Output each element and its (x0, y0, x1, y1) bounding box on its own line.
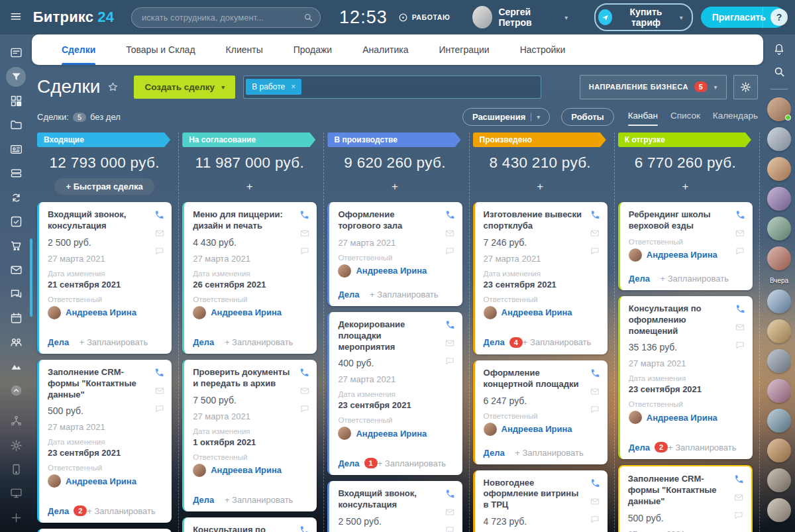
mail-icon[interactable] (154, 386, 165, 396)
mail-icon[interactable] (735, 322, 745, 333)
deal-title[interactable]: Входящий звонок, консультация (338, 488, 438, 511)
schedule-link[interactable]: + Запланировать (523, 337, 591, 347)
nav-tab-сделки[interactable]: Сделки (46, 34, 111, 65)
add-deal-button[interactable]: + Быстрая сделка (54, 178, 154, 195)
deal-card[interactable]: Оформление торгового зала27 марта 2021От… (327, 202, 462, 306)
schedule-link[interactable]: + Запланировать (668, 443, 736, 452)
user-avatar[interactable] (767, 127, 791, 151)
chat-icon[interactable] (733, 510, 744, 521)
mail-icon[interactable] (445, 507, 455, 517)
deal-title[interactable]: Изготовление вывески спортклуба (484, 209, 584, 232)
todos-link[interactable]: Дела (629, 274, 650, 284)
deal-title[interactable]: Консультация по оформлению помещений (193, 525, 293, 532)
responsible-link[interactable]: Андреева Ирина (647, 250, 717, 260)
nav-tab-настройки[interactable]: Настройки (505, 34, 581, 65)
user-avatar[interactable] (767, 349, 791, 373)
counter-badge[interactable]: 5 (73, 113, 86, 122)
responsible-link[interactable]: Андреева Ирина (356, 266, 427, 276)
messenger-icon[interactable] (6, 284, 26, 303)
deal-card[interactable]: Декорирование площадки мероприятия400 ру… (327, 312, 462, 476)
chat-icon[interactable] (445, 356, 455, 366)
mail-icon[interactable] (590, 496, 600, 507)
todos-link[interactable]: Дела (48, 506, 69, 516)
mail-icon[interactable] (590, 228, 600, 239)
mail-icon[interactable] (445, 228, 455, 239)
create-deal-button[interactable]: Создать сделку ▾ (134, 76, 235, 99)
calendar-icon[interactable] (6, 308, 26, 327)
responsible-link[interactable]: Андреева Ирина (647, 413, 717, 423)
user-avatar[interactable] (767, 217, 791, 240)
user-avatar[interactable] (767, 246, 791, 270)
work-status[interactable]: РАБОТАЮ (398, 13, 450, 23)
chat-icon[interactable] (154, 246, 165, 256)
todos-link[interactable]: Дела (338, 458, 359, 468)
contact-card-icon[interactable] (6, 140, 26, 159)
deal-card[interactable]: Входящий звонок, консультация2 500 руб.2… (327, 481, 462, 532)
business-direction-button[interactable]: НАПРАВЛЕНИЕ БИЗНЕСА 5 ▾ (580, 75, 727, 99)
schedule-link[interactable]: + Запланировать (370, 290, 438, 299)
add-deal-button[interactable]: + (529, 180, 551, 193)
schedule-link[interactable]: + Запланировать (80, 337, 148, 347)
user-avatar[interactable] (767, 290, 791, 313)
mail-icon[interactable] (6, 260, 26, 280)
phone-icon[interactable] (445, 488, 456, 500)
schedule-link[interactable]: + Запланировать (378, 458, 446, 468)
view-tab-список[interactable]: Список (670, 111, 700, 123)
phone-icon[interactable] (735, 209, 746, 221)
responsible-link[interactable]: Андреева Ирина (356, 429, 427, 439)
deal-title[interactable]: Входящий звонок, консультация (48, 209, 148, 232)
sync-icon[interactable] (6, 187, 26, 207)
employees-icon[interactable] (6, 333, 26, 352)
phone-icon[interactable] (733, 474, 745, 485)
deal-title[interactable]: Меню для пиццерии: дизайн и печать (193, 209, 293, 232)
column-header[interactable]: Произведено (473, 133, 606, 147)
user-menu[interactable]: Сергей Петров ▾ (472, 6, 568, 28)
phone-icon[interactable] (299, 209, 310, 221)
schedule-link[interactable]: + Запланировать (515, 448, 583, 458)
responsible-link[interactable]: Андреева Ирина (502, 424, 572, 434)
mail-icon[interactable] (299, 228, 310, 239)
deal-card[interactable]: Меню для пиццерии: дизайн и печать4 430 … (182, 202, 317, 354)
todos-link[interactable]: Дела (629, 443, 650, 452)
responsible-link[interactable]: Андреева Ирина (211, 465, 282, 475)
user-avatar[interactable] (767, 319, 791, 343)
user-avatar[interactable] (767, 409, 791, 433)
deal-card[interactable]: Консультация по оформлению помещений35 1… (618, 296, 753, 460)
help-button[interactable]: ? (770, 9, 788, 26)
nav-tab-клиенты[interactable]: Клиенты (211, 34, 278, 65)
sites-icon[interactable] (6, 356, 26, 376)
chat-icon[interactable] (735, 246, 745, 256)
todos-link[interactable]: Дела (484, 337, 505, 347)
mobile-icon[interactable] (6, 460, 26, 479)
live-feed-icon[interactable] (6, 43, 26, 62)
search-icon[interactable] (303, 12, 313, 23)
automation-icon[interactable] (6, 411, 26, 431)
collapse-icon[interactable] (6, 381, 26, 400)
chat-icon[interactable] (154, 403, 165, 414)
mail-icon[interactable] (299, 386, 310, 396)
logo[interactable]: Битрикс24 (33, 9, 114, 26)
settings-gear-button[interactable] (733, 75, 758, 99)
view-tab-канбан[interactable]: Канбан (628, 111, 658, 123)
nav-tab-продажи[interactable]: Продажи (278, 34, 347, 65)
column-header[interactable]: К отгрузке (618, 133, 751, 147)
buy-plan-button[interactable]: Купить тариф ▾ (594, 3, 693, 31)
chat-icon[interactable] (590, 514, 600, 525)
add-deal-button[interactable]: + (238, 180, 261, 193)
deal-card[interactable]: Ребрендинг школы верховой ездыОтветствен… (618, 202, 753, 290)
user-avatar[interactable] (767, 97, 791, 121)
chat-icon[interactable] (299, 246, 310, 256)
extensions-button[interactable]: Расширения ▾ (462, 108, 550, 126)
responsible-link[interactable]: Андреева Ирина (66, 476, 136, 486)
column-header[interactable]: Входящие (37, 133, 170, 147)
deal-title[interactable]: Оформление торгового зала (338, 209, 438, 232)
nav-tab-интеграции[interactable]: Интеграции (423, 34, 504, 65)
schedule-link[interactable]: + Запланировать (225, 337, 293, 347)
view-tab-календарь[interactable]: Календарь (713, 111, 758, 123)
tasks-icon[interactable] (6, 212, 26, 231)
chat-icon[interactable] (590, 246, 600, 256)
user-avatar[interactable] (767, 498, 791, 522)
favorite-star-icon[interactable] (107, 81, 119, 93)
desktop-icon[interactable] (6, 484, 26, 503)
user-avatar[interactable] (767, 439, 791, 462)
